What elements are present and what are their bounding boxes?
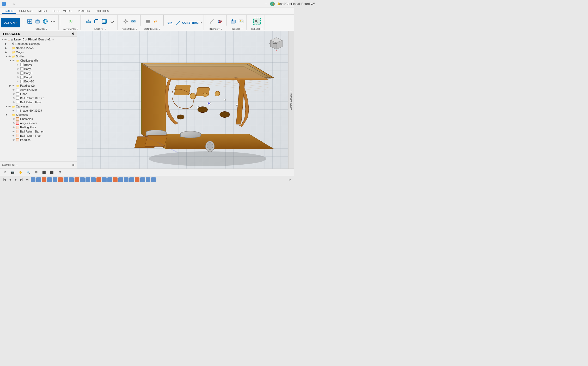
tree-item-barrier-sketch[interactable]: ▶ 👁 Ball Return Barrier — [0, 129, 77, 134]
tree-item-obstacles[interactable]: ▼ 👁 📁 Obsticales (5) — [0, 58, 77, 63]
tl-item-12[interactable] — [91, 177, 96, 182]
tree-item-origin[interactable]: ▶ 👁 📁 Origin — [0, 50, 77, 54]
barrier-sketch-eye[interactable]: 👁 — [13, 130, 16, 133]
acrylic-sketch-eye[interactable]: 👁 — [13, 122, 16, 125]
shell-icon[interactable] — [101, 18, 108, 25]
extrude-icon[interactable] — [34, 18, 41, 25]
root-settings-icon[interactable]: ⚙ — [52, 38, 54, 41]
paddles-sketch-eye[interactable]: 👁 — [13, 139, 16, 141]
add-tab-button[interactable]: + — [264, 2, 268, 6]
tree-item-canvases[interactable]: ▼ 👁 📁 Canvases — [0, 104, 77, 109]
tl-prev-btn[interactable]: ◀ — [8, 177, 13, 182]
bottom-visual-btn[interactable]: ⬛ — [49, 170, 55, 175]
root-eye[interactable]: 👁 — [4, 38, 8, 41]
tl-item-9[interactable] — [75, 177, 79, 182]
minimize-button[interactable]: — — [7, 2, 11, 6]
body10-eye[interactable]: 👁 — [17, 80, 20, 83]
tree-item-named-views[interactable]: ▶ 👁 📁 Named Views — [0, 46, 77, 50]
tl-item-13[interactable] — [96, 177, 101, 182]
tl-item-17[interactable] — [118, 177, 123, 182]
browser-tree[interactable]: ▼ 👁 ⬡ ▤ Laser Cut Pinball Board v2 ⚙ ▶ 👁… — [0, 37, 77, 161]
bottom-capture-btn[interactable]: 📷 — [10, 170, 16, 175]
tree-item-body2[interactable]: ▶ 👁 Body2 — [0, 67, 77, 71]
sketches-arrow[interactable]: ▼ — [5, 113, 8, 116]
tab-sheet-metal[interactable]: SHEET METAL — [50, 9, 75, 14]
tl-item-14[interactable] — [102, 177, 107, 182]
tree-item-acrylic-sketch[interactable]: ▶ 👁 Acrylic Cover — [0, 121, 77, 125]
new-component-icon[interactable] — [26, 18, 33, 25]
obstacles-eye[interactable]: 👁 — [13, 59, 16, 62]
axis-icon[interactable] — [174, 19, 182, 26]
tree-item-body1[interactable]: ▶ 👁 Body1 — [0, 63, 77, 67]
canvases-arrow[interactable]: ▼ — [5, 105, 8, 108]
tl-play-btn[interactable]: ▶ — [14, 177, 18, 182]
tl-item-23[interactable] — [151, 177, 156, 182]
tree-item-sketches[interactable]: ▼ 👁 📁 Sketches — [0, 113, 77, 117]
tl-item-5[interactable] — [53, 177, 57, 182]
doc-settings-arrow[interactable]: ▶ — [5, 43, 8, 45]
tl-next-btn[interactable]: ▶| — [19, 177, 24, 182]
create-more-icon[interactable] — [50, 18, 57, 25]
tree-item-paddles-bodies[interactable]: ▶ 👁 📁 Paddles (2) — [0, 83, 77, 88]
body3-eye[interactable]: 👁 — [17, 72, 20, 75]
ball-ret-sketch-eye[interactable]: 👁 — [13, 134, 16, 137]
tl-item-18[interactable] — [124, 177, 128, 182]
tl-item-15[interactable] — [107, 177, 112, 182]
tab-mesh[interactable]: MESH — [36, 9, 50, 14]
tl-end-btn[interactable]: ⏭ — [25, 177, 30, 182]
tree-item-obstacles-sketch[interactable]: ▶ 👁 Obstacles — [0, 117, 77, 121]
tree-item-body4[interactable]: ▶ 👁 Body4 — [0, 75, 77, 79]
tl-item-11[interactable] — [85, 177, 90, 182]
select-icon[interactable] — [253, 18, 261, 25]
body4-eye[interactable]: 👁 — [17, 76, 20, 79]
acrylic-body-eye[interactable]: 👁 — [13, 88, 16, 91]
bottom-center-btn[interactable]: ⊕ — [2, 170, 8, 175]
maximize-button[interactable]: □ — [13, 2, 16, 6]
obs-sketch-eye[interactable]: 👁 — [13, 118, 16, 121]
bottom-zoom-extent-btn[interactable]: ⊞ — [33, 170, 39, 175]
origin-arrow[interactable]: ▶ — [5, 51, 8, 53]
ball-ret-floor-body-eye[interactable]: 👁 — [13, 101, 16, 104]
parameters-icon[interactable] — [144, 18, 152, 25]
tree-item-bodies[interactable]: ▼ 👁 📁 Bodies — [0, 54, 77, 58]
ilogic-icon[interactable] — [152, 18, 160, 25]
tl-beginning-btn[interactable]: |◀ — [2, 177, 7, 182]
tree-item-ball-return-floor-sketch[interactable]: ▶ 👁 Ball Return Floor — [0, 134, 77, 138]
fillet-icon[interactable] — [93, 18, 100, 25]
bottom-grid-btn[interactable]: ⊞ — [57, 170, 63, 175]
tl-item-2[interactable] — [36, 177, 41, 182]
tl-item-8[interactable] — [69, 177, 74, 182]
tab-plastic[interactable]: PLASTIC — [75, 9, 93, 14]
named-views-arrow[interactable]: ▶ — [5, 47, 8, 49]
tree-item-image[interactable]: ▶ 👁 image_50439937 — [0, 109, 77, 113]
automate-icon[interactable] — [67, 18, 75, 25]
tl-item-3[interactable] — [42, 177, 46, 182]
bodies-arrow[interactable]: ▼ — [5, 55, 8, 58]
measure-icon[interactable] — [208, 18, 216, 25]
tl-item-16[interactable] — [113, 177, 118, 182]
press-pull-icon[interactable] — [85, 18, 92, 25]
paddles-bodies-arrow[interactable]: ▶ — [9, 84, 13, 87]
canvases-eye[interactable]: 👁 — [8, 105, 12, 108]
insert-derive-icon[interactable] — [230, 18, 237, 25]
viewcube[interactable]: TOP • — [268, 35, 285, 52]
tl-item-20[interactable] — [135, 177, 139, 182]
tree-item-rolling-floor-sketch[interactable]: ▶ 👁 Rolling Floor — [0, 125, 77, 129]
tl-item-7[interactable] — [64, 177, 68, 182]
interference-icon[interactable] — [216, 18, 223, 25]
image-eye[interactable]: 👁 — [13, 109, 16, 112]
tree-item-acrylic-cover-body[interactable]: ▶ 👁 Acrylic Cover — [0, 88, 77, 92]
comments-expand-icon[interactable]: ⊕ — [72, 163, 75, 167]
tl-item-19[interactable] — [129, 177, 134, 182]
body1-eye[interactable]: 👁 — [17, 63, 20, 66]
revolve-icon[interactable] — [42, 18, 49, 25]
tab-utilities[interactable]: UTILITIES — [93, 9, 112, 14]
tab-surface[interactable]: SURFACE — [17, 9, 35, 14]
move-icon[interactable] — [108, 18, 116, 25]
bottom-pan-btn[interactable]: ✋ — [18, 170, 23, 175]
tree-item-barrier-body[interactable]: ▶ 👁 Ball Return Barrier — [0, 96, 77, 100]
floor-body-eye[interactable]: 👁 — [13, 93, 16, 95]
barrier-body-eye[interactable]: 👁 — [13, 97, 16, 100]
design-button[interactable]: DESIGN ▼ — [1, 18, 20, 27]
insert-image-icon[interactable] — [237, 18, 245, 25]
